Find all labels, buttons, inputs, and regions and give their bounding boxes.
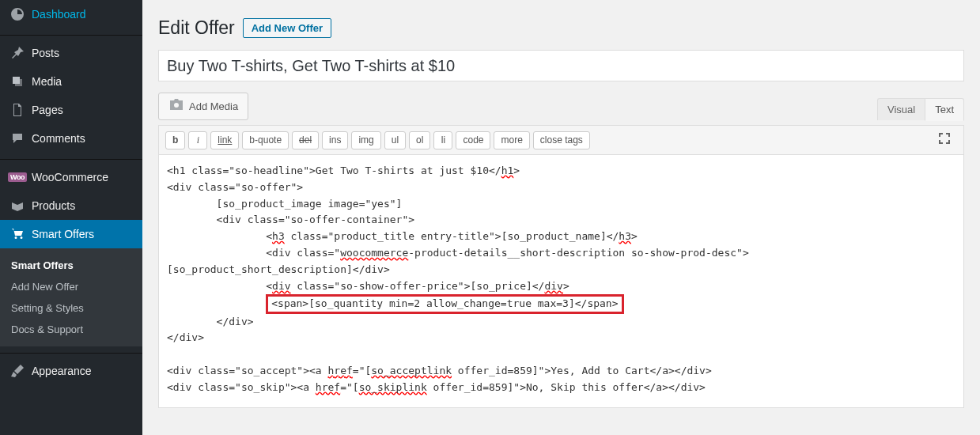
submenu-smart-offers-list[interactable]: Smart Offers	[0, 255, 142, 276]
fullscreen-icon[interactable]	[932, 129, 957, 151]
woocommerce-icon: Woo	[9, 169, 25, 185]
add-media-button[interactable]: Add Media	[158, 93, 248, 120]
tool-ul[interactable]: ul	[384, 131, 406, 149]
admin-sidebar: Dashboard Posts Media Pages Comments Woo…	[0, 0, 142, 435]
submenu-docs-support[interactable]: Docs & Support	[0, 319, 142, 340]
tool-li[interactable]: li	[433, 131, 452, 149]
pin-icon	[9, 45, 25, 61]
offer-title-input[interactable]	[158, 50, 964, 81]
cart-icon	[9, 226, 25, 242]
tool-close-tags[interactable]: close tags	[533, 131, 590, 149]
tool-more[interactable]: more	[494, 131, 529, 149]
menu-products[interactable]: Products	[0, 191, 142, 220]
tool-bold[interactable]: b	[165, 131, 185, 149]
main-content: Edit Offer Add New Offer Add Media Visua…	[142, 0, 980, 435]
submenu-smart-offers: Smart Offers Add New Offer Setting & Sty…	[0, 248, 142, 346]
tool-ins[interactable]: ins	[322, 131, 348, 149]
menu-media[interactable]: Media	[0, 67, 142, 96]
editor-toolbar: b i link b-quote del ins img ul ol li co…	[158, 125, 964, 155]
editor-tabs: Visual Text	[877, 98, 964, 120]
add-media-label: Add Media	[189, 100, 238, 112]
menu-label: Comments	[32, 132, 85, 145]
menu-smart-offers[interactable]: Smart Offers	[0, 220, 142, 248]
dashboard-icon	[9, 6, 25, 22]
menu-label: Posts	[32, 47, 59, 59]
brush-icon	[9, 363, 25, 379]
add-new-offer-button[interactable]: Add New Offer	[243, 18, 331, 38]
menu-label: WooCommerce	[32, 171, 108, 183]
submenu-setting-styles[interactable]: Setting & Styles	[0, 297, 142, 319]
tool-ol[interactable]: ol	[409, 131, 430, 149]
editor-textarea[interactable]: <h1 class="so-headline">Get Two T-shirts…	[158, 155, 964, 408]
menu-appearance[interactable]: Appearance	[0, 357, 142, 385]
comments-icon	[9, 130, 25, 146]
page-title: Edit Offer	[158, 17, 235, 39]
tool-code[interactable]: code	[456, 131, 490, 149]
menu-dashboard[interactable]: Dashboard	[0, 0, 142, 28]
menu-label: Dashboard	[32, 8, 86, 21]
tool-bquote[interactable]: b-quote	[242, 131, 289, 149]
submenu-add-new-offer[interactable]: Add New Offer	[0, 276, 142, 297]
media-icon	[9, 74, 25, 89]
pages-icon	[9, 102, 25, 118]
menu-label: Appearance	[32, 365, 92, 377]
tab-visual[interactable]: Visual	[877, 98, 925, 120]
highlighted-shortcode: <span>[so_quantity min=2 allow_change=tr…	[266, 294, 623, 313]
menu-label: Media	[32, 75, 62, 88]
products-icon	[9, 198, 25, 214]
menu-label: Products	[32, 199, 75, 212]
menu-comments[interactable]: Comments	[0, 124, 142, 153]
tool-italic[interactable]: i	[188, 131, 207, 149]
tab-text[interactable]: Text	[925, 98, 964, 121]
menu-label: Pages	[32, 104, 63, 116]
camera-music-icon	[168, 97, 184, 115]
menu-label: Smart Offers	[32, 228, 94, 240]
menu-posts[interactable]: Posts	[0, 39, 142, 67]
tool-del[interactable]: del	[292, 131, 319, 149]
tool-img[interactable]: img	[351, 131, 380, 149]
menu-woocommerce[interactable]: Woo WooCommerce	[0, 163, 142, 191]
tool-link[interactable]: link	[210, 131, 239, 149]
menu-pages[interactable]: Pages	[0, 96, 142, 124]
